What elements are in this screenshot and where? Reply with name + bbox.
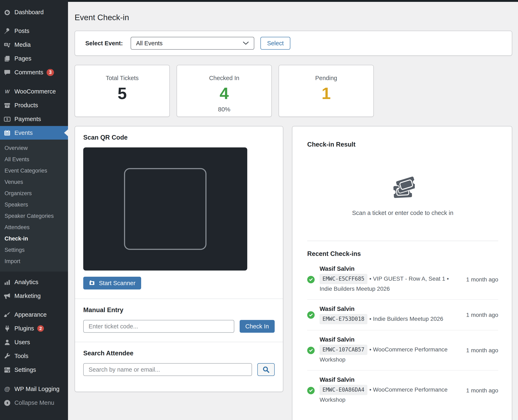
sidebar-item-analytics[interactable]: Analytics: [0, 275, 68, 289]
sidebar-item-label: Pages: [15, 55, 31, 62]
result-divider: [307, 241, 498, 241]
search-button[interactable]: [257, 363, 275, 376]
megaphone-icon: [4, 292, 11, 300]
ticket-code-input[interactable]: [83, 320, 234, 333]
sidebar-item-label: Analytics: [15, 279, 38, 285]
users-icon: [4, 339, 11, 346]
submenu-item-organizers[interactable]: Organizers: [0, 188, 68, 199]
recent-check-ins-title: Recent Check-ins: [307, 250, 498, 258]
check-in-details: Wasif Salvin EMWC-107CAB57• WooCommerce …: [320, 336, 461, 364]
sidebar-item-label: Settings: [15, 367, 36, 373]
attendee-name: Wasif Salvin: [320, 306, 461, 312]
submenu-item-check-in[interactable]: Check-in: [0, 233, 68, 244]
events-submenu: Overview All Events Event Categories Ven…: [0, 140, 68, 271]
stat-value: 5: [75, 85, 169, 102]
sidebar-item-users[interactable]: Users: [0, 335, 68, 349]
camera-icon: [89, 280, 96, 286]
check-in-meta: EMWC-E0A86DA4• WooCommerce Performance W…: [320, 385, 461, 405]
comments-count-badge: 3: [46, 69, 54, 76]
camera-viewfinder: [83, 147, 247, 270]
check-in-row: Wasif Salvin EMWC-E5CFF685• VIP GUEST - …: [307, 260, 498, 300]
sidebar-item-collapse-menu[interactable]: Collapse Menu: [0, 396, 68, 410]
submenu-item-settings[interactable]: Settings: [0, 244, 68, 256]
stat-card-total-tickets: Total Tickets 5: [75, 65, 170, 117]
attendee-search-input[interactable]: [83, 363, 252, 376]
stat-card-pending: Pending 1: [278, 65, 374, 117]
sidebar-item-products[interactable]: Products: [0, 98, 68, 112]
submenu-item-speakers[interactable]: Speakers: [0, 199, 68, 210]
stats-row: Total Tickets 5 Checked In 4 80% Pending…: [75, 65, 512, 117]
check-in-timestamp: 1 month ago: [466, 387, 498, 394]
manual-entry-section: Manual Entry Check In: [75, 299, 283, 342]
check-circle-icon: [307, 347, 315, 354]
sidebar-item-label: Events: [15, 129, 33, 136]
sidebar-item-label: Marketing: [15, 292, 41, 299]
stat-value: 4: [177, 85, 271, 102]
tools-icon: [4, 353, 11, 360]
submenu-item-speaker-categories[interactable]: Speaker Categories: [0, 210, 68, 222]
submenu-item-venues[interactable]: Venues: [0, 176, 68, 188]
sidebar-item-settings[interactable]: Settings: [0, 363, 68, 377]
sidebar-item-label: Media: [15, 41, 31, 48]
sidebar-item-comments[interactable]: Comments 3: [0, 66, 68, 79]
sidebar-item-woocommerce[interactable]: W WooCommerce: [0, 85, 68, 98]
scanner-card: Scan QR Code Start Scanner Manual Entry …: [75, 126, 283, 392]
check-in-result-card: Check-in Result Scan a ticket or enter c…: [292, 126, 512, 420]
settings-icon: [4, 367, 11, 374]
submenu-item-event-categories[interactable]: Event Categories: [0, 165, 68, 176]
sidebar-item-appearance[interactable]: Appearance: [0, 308, 68, 322]
search-icon: [262, 366, 270, 374]
sidebar-item-label: Dashboard: [15, 9, 44, 16]
analytics-icon: [4, 279, 11, 286]
submenu-item-overview[interactable]: Overview: [0, 142, 68, 154]
sidebar-item-label: Products: [15, 102, 38, 109]
stat-label: Checked In: [177, 75, 271, 82]
check-in-timestamp: 1 month ago: [466, 312, 498, 318]
submenu-item-import[interactable]: Import: [0, 256, 68, 267]
sidebar-item-label: WooCommerce: [15, 88, 56, 95]
check-circle-icon: [307, 276, 315, 283]
admin-bar: [0, 0, 518, 2]
sidebar-item-marketing[interactable]: Marketing: [0, 289, 68, 303]
event-selector-card: Select Event: All Events Select: [75, 31, 512, 56]
sidebar-item-plugins[interactable]: Plugins 2: [0, 322, 68, 335]
submenu-item-attendees[interactable]: Attendees: [0, 222, 68, 233]
check-in-row: Wasif Salvin EMWC-E0A86DA4• WooCommerce …: [307, 371, 498, 410]
stat-value: 1: [279, 85, 373, 102]
sidebar-item-label: Tools: [15, 353, 28, 360]
sidebar-item-label: Plugins: [15, 325, 34, 332]
result-empty-text: Scan a ticket or enter code to check in: [307, 210, 498, 216]
manual-entry-title: Manual Entry: [83, 306, 275, 314]
select-button[interactable]: Select: [260, 37, 290, 50]
sidebar-item-tools[interactable]: Tools: [0, 349, 68, 363]
sidebar-item-media[interactable]: Media: [0, 38, 68, 52]
check-in-button[interactable]: Check In: [240, 320, 275, 333]
svg-text:$: $: [6, 117, 8, 121]
check-in-meta: EMWC-E5CFF685• VIP GUEST - Row A, Seat 1…: [320, 274, 461, 293]
calendar-icon: [4, 129, 11, 136]
event-select-value: All Events: [136, 40, 162, 47]
page-title: Event Check-in: [75, 13, 512, 22]
chevron-down-icon: [243, 41, 249, 45]
event-select[interactable]: All Events: [131, 37, 254, 50]
sidebar-item-pages[interactable]: Pages: [0, 52, 68, 66]
svg-text:@: @: [4, 386, 10, 392]
sidebar-item-events[interactable]: Events: [0, 126, 68, 140]
payments-icon: $: [4, 116, 11, 123]
sidebar-item-posts[interactable]: Posts: [0, 24, 68, 38]
pages-icon: [4, 55, 11, 62]
scan-qr-title: Scan QR Code: [83, 134, 275, 141]
attendee-name: Wasif Salvin: [320, 376, 461, 383]
sidebar-item-dashboard[interactable]: Dashboard: [0, 5, 68, 19]
sidebar-item-payments[interactable]: $ Payments: [0, 112, 68, 126]
check-in-details: Wasif Salvin EMWC-E753D018• Indie Builde…: [320, 306, 461, 324]
woocommerce-icon: W: [4, 88, 11, 95]
start-scanner-label: Start Scanner: [99, 280, 135, 287]
dashboard-icon: [4, 9, 11, 16]
select-event-label: Select Event:: [85, 40, 123, 47]
check-in-row: Wasif Salvin EMWC-E753D018• Indie Builde…: [307, 300, 498, 330]
check-in-timestamp: 1 month ago: [466, 347, 498, 354]
submenu-item-all-events[interactable]: All Events: [0, 154, 68, 165]
start-scanner-button[interactable]: Start Scanner: [83, 277, 141, 289]
sidebar-item-wp-mail-logging[interactable]: @ WP Mail Logging: [0, 382, 68, 396]
